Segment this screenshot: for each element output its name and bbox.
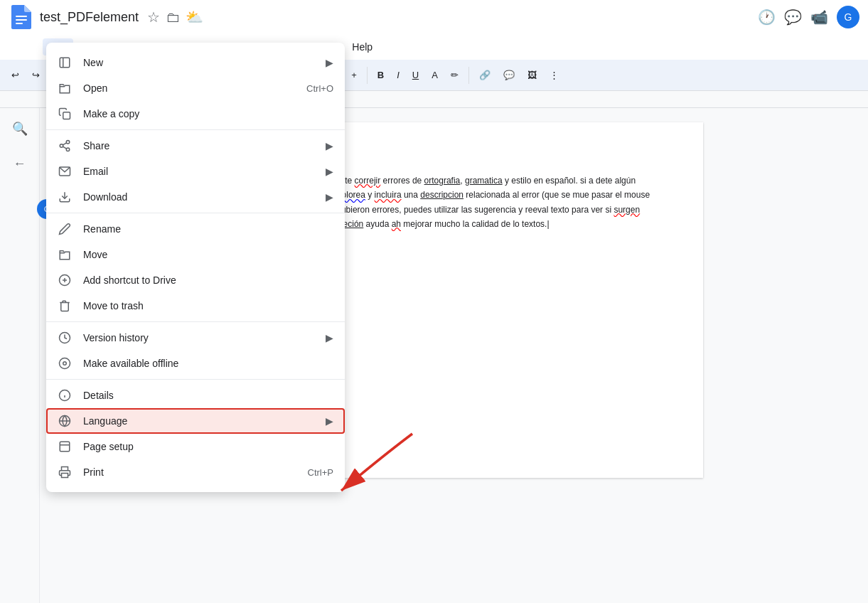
history-icon[interactable]: 🕐 [758,9,776,26]
insert-link-button[interactable]: 🔗 [473,67,496,83]
version-arrow-icon: ▶ [326,332,333,343]
move-icon [58,247,72,262]
dropdown-section-1: New ▶ Open Ctrl+O Make a copy [46,47,345,130]
svg-line-10 [63,143,66,145]
dropdown-language[interactable]: Language ▶ [46,408,345,434]
trash-label: Move to trash [83,300,333,311]
increase-font-button[interactable]: + [345,67,363,83]
divider-5 [367,67,368,84]
search-sidebar-icon[interactable]: 🔍 [8,117,32,141]
svg-point-8 [66,148,70,151]
svg-point-17 [60,358,70,369]
language-icon [58,414,72,428]
cloud-icon[interactable]: ⛅ [186,9,203,26]
dropdown-move[interactable]: Move [46,242,345,267]
details-label: Details [83,390,333,401]
divider-6 [468,67,469,84]
dropdown-email[interactable]: Email ▶ [46,159,345,184]
underline-button[interactable]: U [407,67,424,83]
dropdown-section-2: Share ▶ Email ▶ Download ▶ [46,130,345,213]
bold-button[interactable]: B [372,67,390,83]
download-icon [58,190,72,204]
dropdown-trash[interactable]: Move to trash [46,293,345,319]
new-icon [58,55,72,70]
font-color-button[interactable]: A [426,67,444,83]
email-label: Email [83,166,314,177]
comment-icon[interactable]: 💬 [784,9,802,26]
docs-logo-icon [9,4,34,30]
move-label: Move [83,249,333,260]
dropdown-offline[interactable]: Make available offline [46,351,345,376]
meet-icon[interactable]: 📹 [810,9,828,26]
dropdown-open[interactable]: Open Ctrl+O [46,75,345,101]
undo-button[interactable]: ↩ [6,67,25,83]
print-label: Print [83,466,296,478]
avatar[interactable]: G [837,6,859,28]
star-icon[interactable]: ☆ [147,9,160,26]
file-title: test_PDFelement [40,10,139,25]
svg-line-9 [63,146,66,149]
dropdown-share[interactable]: Share ▶ [46,133,345,159]
dropdown-section-4: Version history ▶ Make available offline [46,322,345,380]
title-icons: ☆ 🗀 ⛅ [147,9,203,26]
print-shortcut: Ctrl+P [308,467,333,478]
dropdown-section-5: Details Language ▶ Page setup Print Ctrl… [46,380,345,488]
dropdown-download[interactable]: Download ▶ [46,184,345,210]
insert-image-button[interactable]: 🖼 [522,67,542,83]
language-arrow-icon: ▶ [326,415,333,427]
version-history-label: Version history [83,332,314,343]
svg-rect-2 [16,23,23,24]
new-label: New [83,57,314,68]
email-arrow-icon: ▶ [326,166,333,177]
folder-icon[interactable]: 🗀 [166,9,180,26]
italic-button[interactable]: I [391,67,405,83]
dropdown-section-3: Rename Move Add shortcut to Drive Move t… [46,213,345,322]
add-shortcut-icon [58,273,72,287]
menu-help[interactable]: Help [345,38,380,55]
dropdown-version-history[interactable]: Version history ▶ [46,325,345,351]
language-label: Language [83,415,314,427]
download-arrow-icon: ▶ [326,191,333,203]
offline-icon [58,356,72,370]
svg-rect-24 [60,442,70,452]
redo-button[interactable]: ↪ [26,67,45,83]
share-arrow-icon: ▶ [326,140,333,151]
copy-icon [58,107,72,121]
svg-rect-26 [62,474,68,478]
left-sidebar: 🔍 ← [0,108,40,603]
add-shortcut-label: Add shortcut to Drive [83,274,333,286]
open-label: Open [83,82,295,94]
email-icon [58,164,72,178]
copy-label: Make a copy [83,108,333,119]
dropdown-print[interactable]: Print Ctrl+P [46,459,345,485]
file-dropdown-menu: New ▶ Open Ctrl+O Make a copy Share ▶ [46,43,345,492]
open-icon [58,81,72,95]
more-options-button[interactable]: ⋮ [544,67,564,83]
open-shortcut: Ctrl+O [306,83,333,94]
download-label: Download [83,191,314,203]
svg-rect-3 [60,58,70,68]
svg-point-18 [63,362,67,365]
details-icon [58,388,72,402]
trash-icon [58,299,72,313]
top-right-actions: 🕐 💬 📹 G [758,6,859,28]
dropdown-details[interactable]: Details [46,383,345,408]
dropdown-new[interactable]: New ▶ [46,50,345,75]
svg-rect-5 [63,112,70,119]
title-bar: test_PDFelement ☆ 🗀 ⛅ 🕐 💬 📹 G [0,0,868,34]
dropdown-page-setup[interactable]: Page setup [46,434,345,459]
share-icon [58,139,72,153]
svg-point-6 [66,141,70,144]
svg-point-7 [60,144,63,148]
dropdown-add-shortcut[interactable]: Add shortcut to Drive [46,267,345,293]
page-setup-icon [58,439,72,454]
share-label: Share [83,140,314,151]
page-setup-label: Page setup [83,441,333,452]
dropdown-copy[interactable]: Make a copy [46,101,345,127]
highlight-button[interactable]: ✏ [445,67,464,83]
print-icon [58,465,72,479]
rename-icon [58,222,72,236]
back-arrow-icon[interactable]: ← [9,152,31,176]
insert-comment-button[interactable]: 💬 [498,67,520,83]
dropdown-rename[interactable]: Rename [46,216,345,242]
